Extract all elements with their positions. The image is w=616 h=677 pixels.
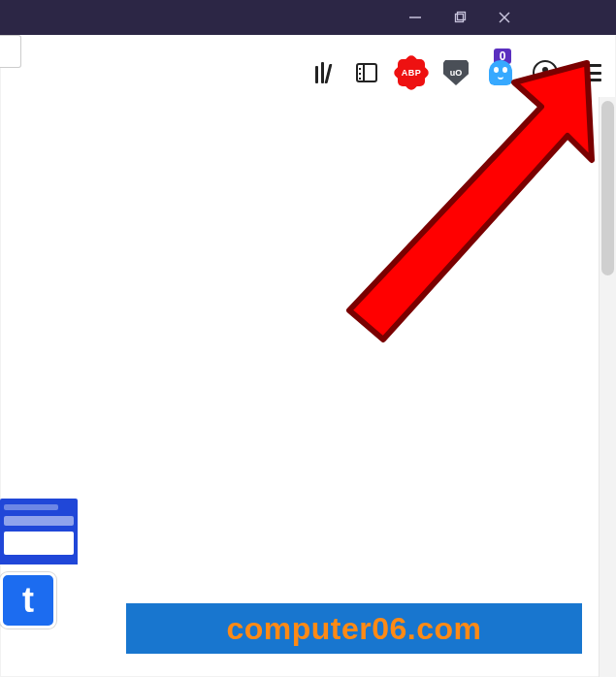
library-icon	[315, 62, 330, 83]
watermark-bar: computer06.com	[126, 603, 582, 654]
thumbnail-preview	[0, 499, 78, 564]
library-button[interactable]	[306, 56, 339, 89]
account-icon	[533, 60, 558, 85]
related-thumbnail: t	[0, 499, 78, 629]
tile-letter: t	[22, 583, 34, 618]
thumbnail-tile-t[interactable]: t	[0, 572, 56, 629]
vertical-scrollbar[interactable]	[599, 97, 616, 677]
adblock-plus-button[interactable]: ABP	[395, 56, 428, 89]
window-maximize-button[interactable]	[438, 0, 482, 35]
window-minimize-button[interactable]	[393, 0, 438, 35]
abp-icon: ABP	[398, 59, 425, 86]
watermark-text: computer06.com	[226, 613, 481, 644]
window-titlebar	[0, 0, 616, 35]
svg-rect-2	[458, 13, 466, 20]
svg-rect-1	[456, 15, 464, 22]
account-button[interactable]	[529, 56, 562, 89]
ublock-label: uO	[450, 69, 463, 78]
abp-label: ABP	[398, 59, 425, 86]
ublock-icon: uO	[443, 60, 469, 85]
minimize-icon	[408, 11, 422, 24]
sidebar-button[interactable]	[350, 56, 383, 89]
ublock-origin-button[interactable]: uO	[439, 56, 472, 89]
browser-toolbar: ABP uO 0	[0, 35, 616, 97]
window-close-button[interactable]	[482, 0, 527, 35]
ghostery-button[interactable]: 0	[484, 56, 517, 89]
ghostery-icon	[489, 60, 512, 85]
close-icon	[498, 11, 511, 24]
sidebar-icon	[356, 63, 377, 82]
maximize-icon	[453, 11, 467, 24]
scrollbar-thumb[interactable]	[601, 101, 614, 275]
hamburger-menu-button[interactable]	[573, 56, 606, 89]
hamburger-menu-icon	[578, 64, 601, 81]
svg-marker-5	[349, 63, 592, 339]
